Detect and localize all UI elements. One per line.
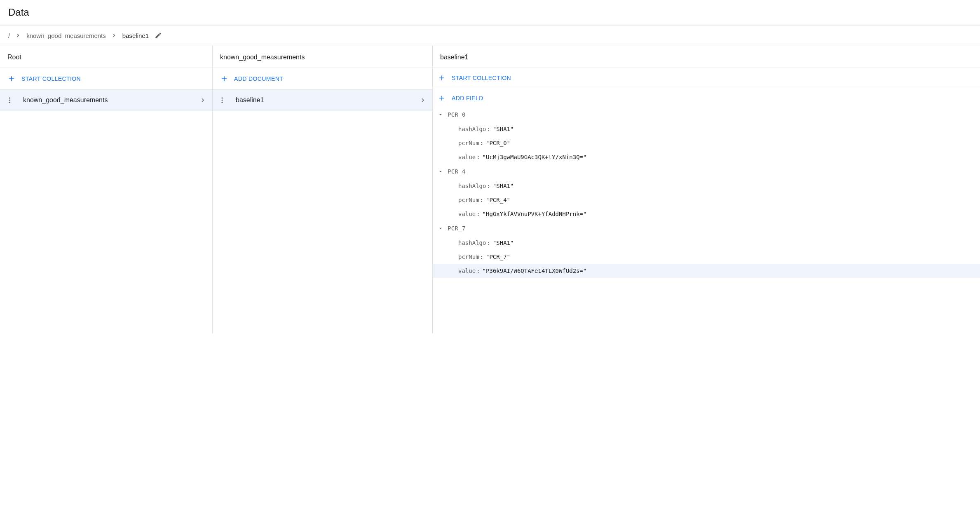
field-key: hashAlgo [458,239,486,246]
field-value: "SHA1" [493,183,514,189]
svg-point-5 [222,102,223,103]
collection-column-header: known_good_measurements [213,45,432,68]
field-key: value [458,268,476,274]
field-group: PCR_7hashAlgo:"SHA1"pcrNum:"PCR_7"value:… [433,221,980,278]
more-vert-icon[interactable] [6,96,13,104]
chevron-right-icon [419,96,427,104]
document-column: baseline1 START COLLECTION ADD FIELD PCR… [433,45,980,334]
collapse-icon [438,112,443,117]
field-row[interactable]: pcrNum:"PCR_4" [433,193,980,207]
collection-item[interactable]: known_good_measurements [0,90,212,111]
field-value: "HgGxYkfAVVnuPVK+YfAddNHPrnk=" [483,211,587,217]
field-row[interactable]: value:"HgGxYkfAVVnuPVK+YfAddNHPrnk=" [433,207,980,221]
document-item-label: baseline1 [236,96,419,104]
field-key: pcrNum [458,254,479,260]
add-field-button[interactable]: ADD FIELD [433,88,980,106]
breadcrumb-document[interactable]: baseline1 [121,32,150,39]
breadcrumb: / known_good_measurements baseline1 [0,26,980,45]
add-field-label: ADD FIELD [452,95,483,101]
field-value: "UcMj3gwMaU9GAc3QK+tY/xNin3Q=" [483,154,587,160]
field-key: pcrNum [458,140,479,146]
field-key: value [458,154,476,160]
start-collection-label: START COLLECTION [21,75,81,82]
field-value: "PCR_4" [486,197,510,203]
field-row[interactable]: pcrNum:"PCR_0" [433,136,980,150]
field-group-header[interactable]: PCR_7 [433,221,980,236]
field-value: "PCR_7" [486,254,510,260]
document-item[interactable]: baseline1 [213,90,432,111]
field-group-name: PCR_0 [448,111,466,118]
document-column-header: baseline1 [433,45,980,68]
svg-point-1 [9,100,10,101]
field-row[interactable]: hashAlgo:"SHA1" [433,179,980,193]
collection-column: known_good_measurements ADD DOCUMENT bas… [213,45,433,334]
chevron-right-icon [12,32,25,39]
svg-point-4 [222,100,223,101]
root-column-header: Root [0,45,212,68]
field-key: value [458,211,476,217]
field-key: hashAlgo [458,126,486,132]
breadcrumb-root[interactable]: / [7,32,12,39]
breadcrumb-collection[interactable]: known_good_measurements [25,32,108,39]
page-title: Data [0,0,980,26]
plus-icon [438,94,446,102]
add-document-button[interactable]: ADD DOCUMENT [213,68,432,90]
svg-point-2 [9,102,10,103]
add-document-label: ADD DOCUMENT [234,75,283,82]
field-key: pcrNum [458,197,479,203]
doc-start-collection-label: START COLLECTION [452,75,511,81]
collapse-icon [438,169,443,174]
collapse-icon [438,225,443,231]
plus-icon [7,75,16,83]
root-column: Root START COLLECTION known_good_measure… [0,45,213,334]
plus-icon [220,75,228,83]
field-group-name: PCR_4 [448,168,466,175]
field-value: "PCR_0" [486,140,510,146]
svg-point-3 [222,97,223,99]
field-value: "SHA1" [493,126,514,132]
collection-item-label: known_good_measurements [23,96,199,104]
field-group-header[interactable]: PCR_4 [433,164,980,179]
more-vert-icon[interactable] [218,96,226,104]
field-row[interactable]: hashAlgo:"SHA1" [433,236,980,250]
start-collection-button[interactable]: START COLLECTION [0,68,212,90]
field-row[interactable]: value:"UcMj3gwMaU9GAc3QK+tY/xNin3Q=" [433,150,980,164]
plus-icon [438,74,446,82]
field-value: "P36k9AI/W6QTAFe14TLX0WfUd2s=" [483,268,587,274]
field-group: PCR_4hashAlgo:"SHA1"pcrNum:"PCR_4"value:… [433,164,980,221]
field-row[interactable]: pcrNum:"PCR_7" [433,250,980,264]
chevron-right-icon [199,96,206,104]
svg-point-0 [9,97,10,99]
chevron-right-icon [108,32,121,39]
fields-container: PCR_0hashAlgo:"SHA1"pcrNum:"PCR_0"value:… [433,106,980,281]
doc-start-collection-button[interactable]: START COLLECTION [433,68,980,88]
field-value: "SHA1" [493,239,514,246]
field-group-name: PCR_7 [448,225,466,232]
field-group-header[interactable]: PCR_0 [433,107,980,122]
field-key: hashAlgo [458,183,486,189]
field-row[interactable]: value:"P36k9AI/W6QTAFe14TLX0WfUd2s=" [433,264,980,278]
field-row[interactable]: hashAlgo:"SHA1" [433,122,980,136]
field-group: PCR_0hashAlgo:"SHA1"pcrNum:"PCR_0"value:… [433,107,980,164]
edit-icon[interactable] [155,32,162,39]
